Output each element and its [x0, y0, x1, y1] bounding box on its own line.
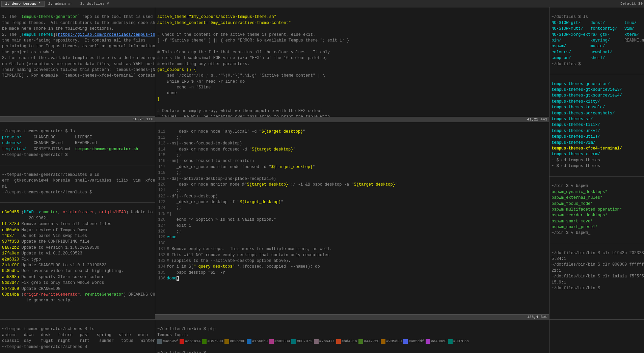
theme-xfce4: tempus-themes-xfce4-terminal/	[552, 146, 622, 151]
mid-bottom-content[interactable]: 111 _desk_or_node node 'any.local' -d "$…	[155, 122, 549, 314]
theme-st: tempus-themes-st/	[552, 117, 593, 121]
code-127: 127 exit 1	[156, 223, 191, 228]
mid-top-content[interactable]: active_theme="$my_colours/active-tempus-…	[155, 7, 549, 117]
theme-kitty: tempus-themes-kitty/	[552, 99, 600, 104]
bspwm-prompt: ~/bin $ v bspwm	[552, 184, 588, 188]
code-118: 118 ;;	[156, 170, 181, 175]
schemes-prompt2: ~/tempus-themes-generator/schemes $	[2, 345, 87, 349]
code-115: 115 ;;	[156, 153, 181, 158]
theme-konsole: tempus-themes-konsole/	[552, 105, 605, 110]
left-mid-ls: ~/tempus-themes-generator $ ls presets/ …	[0, 122, 155, 165]
code-123: 123 _desk_or_node desktop -f "${target_d…	[156, 200, 284, 205]
swatch-bd401a: #bd401a	[336, 339, 357, 344]
mid-line-8: done	[157, 91, 177, 96]
code-130: 130	[156, 241, 167, 246]
mid-line-1: active_theme="$my_colours/active-tempus-…	[157, 15, 276, 19]
schemes-line2: classic day fugit night rift summer totu…	[2, 338, 155, 343]
git-hash-14: 03ba4ba	[2, 292, 19, 297]
theme-vim: tempus-themes-vim/	[552, 140, 595, 145]
git-hash-1: e3a9d55	[2, 210, 19, 215]
mid-top-status: 41,21 44%	[155, 117, 549, 122]
git-hash-2: bff878d	[2, 222, 19, 226]
swatch-a438c0: #a438c0	[426, 339, 447, 344]
code-116: 116--nm|--send-focused-to-next-monitor)	[156, 159, 254, 163]
ptp-prompt: ~/dotfiles/bin/bin $ ptp	[157, 327, 216, 331]
code-120: 120 _desk_or_node monitor node @"${targe…	[156, 182, 398, 187]
git-hash-13: 8e72d69	[2, 287, 19, 291]
theme-urxvt: tempus-themes-urxvt/	[552, 129, 600, 133]
mid-comment-6: # values. We will be iterating over this…	[157, 114, 330, 117]
tab-1[interactable]: 1: demo tempus *	[1, 1, 45, 7]
mid-line-2: active_theme_content="$my_colours/active…	[157, 21, 291, 25]
entry-readme-md: README.md	[75, 141, 97, 145]
git-hash-11: aa5898a	[2, 275, 19, 279]
git-hash-12: 8dd3d47	[2, 280, 19, 285]
git-hash-5: 937f353	[2, 239, 19, 244]
mid-top-pane: active_theme="$my_colours/active-tempus-…	[155, 7, 549, 122]
clr-r2: 21:1	[552, 268, 561, 273]
code-122: 122--df|--focus-desktop)	[156, 194, 218, 199]
code-119: 119--da|--activate-desktop-and-place-rec…	[156, 176, 276, 181]
swatch-c61a14: #c61a14	[180, 339, 200, 344]
right-clr: ~/dotfiles/bin/bin $ clr b1942b 232323 5…	[549, 243, 644, 319]
entry-license: LICENSE	[75, 135, 92, 140]
swatches-container: #4d595f #c61a14 #357200 #825e00 #1666b0 …	[157, 339, 547, 344]
code-133: 133# (applies to the --activate-desktop …	[156, 259, 291, 263]
bspwm-4: bspwm_multifaceted_operation*	[552, 207, 622, 212]
clr-r3: 15.9:1	[552, 280, 566, 285]
right-panel: ~/dotfiles $ ls NO-STOW-git/ dunst/ tmux…	[549, 7, 644, 319]
clr-prompt-end: ~/dotfiles/bin/bin $	[552, 286, 600, 291]
bottom-bar: ~/tempus-themes-generator/schemes $ ls a…	[0, 319, 644, 353]
default-label: Default $0	[620, 2, 643, 6]
bspwm-2: bspwm_external_rules*	[552, 195, 602, 200]
swatch-447720: #447720	[358, 339, 379, 344]
left-top-status-right: 10,71 11%	[133, 117, 153, 121]
mid-bottom-status-right: 136,4 Bot	[527, 315, 547, 319]
swatch-985d00: #985d00	[381, 339, 402, 344]
left-mid-prompt: ~/tempus-themes-generator $ ls	[2, 129, 75, 134]
templates-line2: ml	[2, 184, 7, 189]
code-112: 112 ;;	[156, 135, 181, 140]
entry-contributing: CONTRIBUTING.md	[34, 147, 70, 152]
git-hash-6: 8a672b2	[2, 245, 19, 250]
mid-line-4: get_colours () {	[157, 67, 196, 72]
mid-comment-1: # Check if the content of the active the…	[157, 32, 315, 37]
left-templates-ls: ~/tempus-themes-generator/templates $ ls…	[0, 165, 155, 203]
mid-line-3: [ -f "$active_theme" ] || { echo "ERROR:…	[157, 38, 349, 43]
clr-2: ~/dotfiles/bin/bin $ clr 000000 ffffff	[552, 262, 644, 267]
swatch-4d595f: #4d595f	[157, 339, 178, 344]
code-131: 131# Remove empty desktops. This works f…	[156, 247, 332, 251]
theme-xterm: tempus-themes-xterm/	[552, 152, 600, 157]
swatch-357200: #357200	[202, 339, 223, 344]
clr-3: ~/dotfiles/bin/bin $ clr 1a1a1a f5f5f5	[552, 274, 644, 279]
bspwm-3: bspwm_focus_mode*	[552, 201, 593, 206]
mid-line-7: echo -n "$line "	[157, 85, 216, 90]
code-136: 136done▮	[156, 276, 179, 281]
templates-line: erm gtksourceview4 konsole shell-variabl…	[2, 178, 155, 183]
mid-line-6: while IFS=$'\n' read -r line; do	[157, 79, 245, 84]
code-128: 128 ;;	[156, 229, 181, 234]
swatch-7b6471: #7b6471	[314, 339, 335, 344]
main-area: 1. The `tempus-themes-generator` repo is…	[0, 7, 644, 319]
tab-3[interactable]: 3: dotfiles #	[76, 1, 113, 7]
mid-comment-4: # while omitting any other parameters.	[157, 62, 250, 66]
mid-comment-5: # Declare an empty array, which we then …	[157, 109, 323, 113]
code-121: 121 ;;	[156, 188, 181, 193]
git-hash-4: f4b37	[2, 234, 14, 238]
left-git-log[interactable]: e3a9d55 (HEAD -> master, origin/master, …	[0, 203, 155, 319]
theme-screenshots: tempus-themes-screenshots/	[552, 111, 615, 116]
line-1: 1. The `tempus-themes-generator` repo is…	[2, 15, 155, 78]
mid-bottom-pane: 111 _desk_or_node node 'any.local' -d "$…	[155, 122, 549, 319]
ptp-prompt2: ~/dotfiles/bin/bin $	[157, 351, 206, 353]
tab-2[interactable]: 2: admin #-	[45, 1, 77, 7]
swatch-00786a: #00786a	[448, 339, 469, 344]
right-bspwm: ~/bin $ v bspwm bspwm_dynamic_desktops* …	[549, 176, 644, 243]
templates-prompt2: ~/tempus-themes-generator/templates $	[2, 190, 92, 195]
ptp-label: Tempus fugit:	[157, 333, 189, 337]
entry-changelog-md: CHANGELOG.md	[34, 141, 63, 145]
swatch-485ddf: #485ddf	[403, 339, 424, 344]
schemes-line1: autumn dawn dusk future past spring stat…	[2, 333, 148, 337]
swatch-825e00: #825e00	[224, 339, 245, 344]
left-top-content[interactable]: 1. The `tempus-themes-generator` repo is…	[0, 7, 155, 116]
git-hash-3: ed60a0b	[2, 228, 19, 233]
